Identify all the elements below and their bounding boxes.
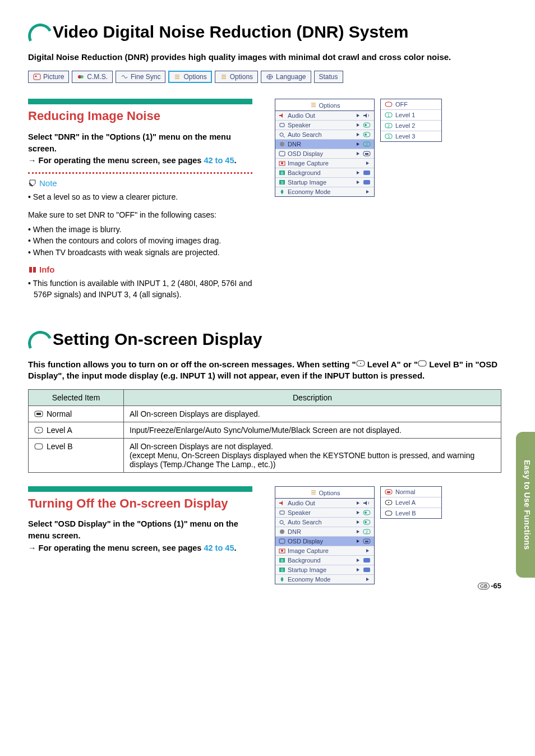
note-item: Set a level so as to view a clearer pict…	[34, 191, 252, 202]
si-label: Level A	[47, 426, 72, 435]
right-column-2: Options Audio OutSpeakerAuto SearchDNR2O…	[275, 486, 501, 584]
level-label: Normal	[395, 488, 415, 495]
row-icon: B	[279, 170, 285, 176]
osd-row: BBackground	[275, 168, 374, 178]
row-icon: S	[279, 179, 285, 185]
menu-label: Status	[319, 73, 338, 81]
level-b-icon	[34, 442, 43, 450]
svg-point-10	[365, 133, 367, 136]
row-icon	[279, 189, 285, 195]
desc-cell: All On-screen Displays are not displayed…	[124, 439, 501, 473]
osd-row: Speaker	[275, 508, 374, 518]
subheading-osd: Turning Off the On-screen Display	[28, 496, 252, 510]
row-value-icon: 2	[356, 529, 371, 534]
row-icon	[279, 510, 285, 515]
dnr-levels-panel: OFF 1Level 1 2Level 2 3Level 3	[380, 99, 442, 142]
osd-row-label: Speaker	[288, 122, 311, 128]
side-tab: Easy to Use Functions	[516, 432, 535, 578]
heading-bar	[28, 486, 252, 492]
left-column-2: Turning Off the On-screen Display Select…	[28, 486, 252, 554]
info-icon	[28, 266, 36, 274]
info-label: Info	[39, 265, 55, 274]
osd-level-b: Level B	[381, 508, 441, 518]
menu-label: Picture	[43, 73, 64, 81]
options-icon	[310, 101, 317, 109]
off-icon	[384, 100, 393, 108]
osd-row-label: Economy Mode	[288, 576, 330, 583]
level2-icon: 2	[384, 122, 393, 130]
svg-point-1	[35, 76, 37, 77]
menu-cms[interactable]: C.M.S.	[72, 71, 113, 83]
svg-text:2: 2	[388, 124, 390, 128]
svg-point-11	[280, 142, 284, 146]
info-item: This function is available with INPUT 1,…	[34, 278, 252, 301]
row-reducing-noise: Reducing Image Noise Select "DNR" in the…	[28, 99, 501, 307]
menu-options-2[interactable]: Options	[215, 71, 258, 83]
sync-icon	[121, 73, 128, 81]
row-value-icon	[356, 510, 371, 515]
svg-text:2: 2	[366, 530, 368, 534]
row-icon	[279, 160, 285, 166]
page-lang: GB	[478, 583, 490, 589]
osd-row: Image Capture	[275, 159, 374, 168]
note-cases: When the image is blurry. When the conto…	[28, 224, 252, 258]
row-value-icon	[356, 557, 371, 563]
th-selected: Selected Item	[29, 390, 124, 406]
section-header-2: Setting On-screen Display	[28, 330, 501, 354]
level-label: Level 1	[395, 112, 415, 118]
row-icon	[279, 538, 285, 544]
row-icon: B	[279, 557, 285, 563]
svg-rect-49	[279, 539, 285, 543]
svg-text:2: 2	[366, 142, 368, 146]
svg-rect-21	[363, 170, 370, 175]
info-bullets: This function is available with INPUT 1,…	[28, 278, 252, 301]
menu-language[interactable]: Language	[261, 71, 311, 83]
menu-status[interactable]: Status	[314, 71, 343, 83]
row-value-icon	[356, 151, 371, 156]
svg-point-63	[388, 502, 389, 503]
svg-point-18	[281, 162, 283, 164]
note-label: Note	[39, 178, 57, 188]
osd-row-label: Audio Out	[288, 500, 315, 506]
osd-row-label: Image Capture	[288, 160, 329, 167]
osd-title-label: Options	[319, 102, 340, 109]
subheading-reducing-noise: Reducing Image Noise	[28, 109, 252, 123]
level-2: 2Level 2	[381, 121, 441, 131]
th-desc: Description	[124, 390, 501, 406]
page-link[interactable]: 42 to 45	[204, 543, 234, 552]
row-icon	[279, 548, 285, 554]
section-title-2: Setting On-screen Display	[53, 330, 262, 349]
menu-label: Options	[183, 73, 206, 81]
svg-rect-56	[363, 558, 370, 563]
note-item: When the contours and colors of moving i…	[34, 235, 252, 246]
osd-row: BBackground	[275, 556, 374, 565]
si-label: Level B	[47, 442, 73, 451]
row-value-icon	[356, 519, 371, 525]
menu-finesync[interactable]: Fine Sync	[116, 71, 165, 83]
row-value-icon	[365, 577, 371, 582]
svg-rect-24	[363, 180, 370, 185]
level-a-icon	[384, 499, 393, 506]
osd-options-panel-2: Options Audio OutSpeakerAuto SearchDNR2O…	[275, 486, 375, 584]
svg-point-33	[360, 363, 361, 364]
svg-point-45	[365, 521, 367, 523]
dotted-separator	[28, 172, 252, 174]
menu-options-1[interactable]: Options	[168, 71, 211, 83]
svg-text:B: B	[281, 559, 284, 563]
level-a-icon	[34, 426, 43, 434]
page: Video Digital Noise Reduction (DNR) Syst…	[0, 0, 535, 601]
page-link[interactable]: 42 to 45	[204, 156, 234, 165]
instruction-text-2: Select "OSD Display" in the "Options (1)…	[28, 518, 252, 554]
cms-icon	[77, 73, 85, 81]
desc-cell: All On-screen Displays are displayed.	[124, 406, 501, 422]
level3-icon: 3	[384, 132, 393, 140]
osd-row: Speaker	[275, 121, 374, 130]
osd-row: Auto Search	[275, 130, 374, 140]
level-label: Level 2	[395, 122, 415, 129]
menu-picture[interactable]: Picture	[28, 71, 69, 83]
section-intro-2: This function allows you to turn on or o…	[28, 359, 501, 382]
level-label: OFF	[395, 101, 408, 108]
row-value-icon: 2	[356, 141, 371, 147]
svg-text:B: B	[281, 171, 284, 175]
row-icon	[279, 500, 285, 506]
